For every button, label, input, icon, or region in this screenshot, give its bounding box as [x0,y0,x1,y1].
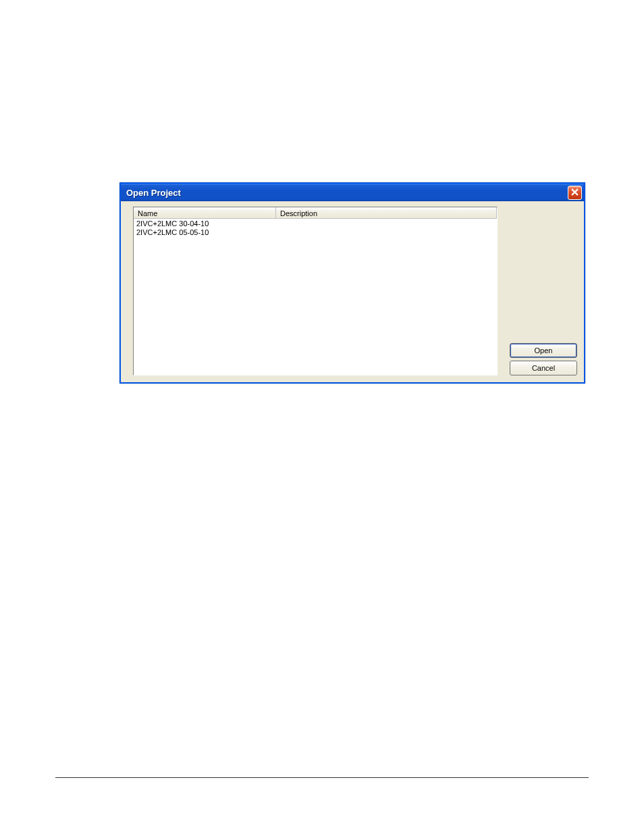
close-icon [571,188,579,197]
project-list: Name Description 2IVC+2LMC 30-04-10 2IVC… [133,207,498,375]
column-header-description[interactable]: Description [276,207,497,218]
dialog-title: Open Project [126,188,568,198]
column-header-name[interactable]: Name [134,207,276,218]
cancel-button[interactable]: Cancel [510,361,577,375]
footer-divider [55,777,589,778]
titlebar[interactable]: Open Project [121,184,584,201]
button-column: Open Cancel [510,207,577,375]
dialog-body: Name Description 2IVC+2LMC 30-04-10 2IVC… [121,201,584,382]
list-item[interactable]: 2IVC+2LMC 05-05-10 [134,228,497,236]
list-item-name: 2IVC+2LMC 30-04-10 [136,219,209,228]
list-header: Name Description [134,207,497,219]
open-project-dialog: Open Project Name Description 2IVC+2LMC … [119,182,585,384]
list-item-name: 2IVC+2LMC 05-05-10 [136,228,209,236]
close-button[interactable] [568,186,582,200]
list-item[interactable]: 2IVC+2LMC 30-04-10 [134,219,497,228]
open-button[interactable]: Open [510,343,577,358]
list-rows[interactable]: 2IVC+2LMC 30-04-10 2IVC+2LMC 05-05-10 [134,219,497,375]
